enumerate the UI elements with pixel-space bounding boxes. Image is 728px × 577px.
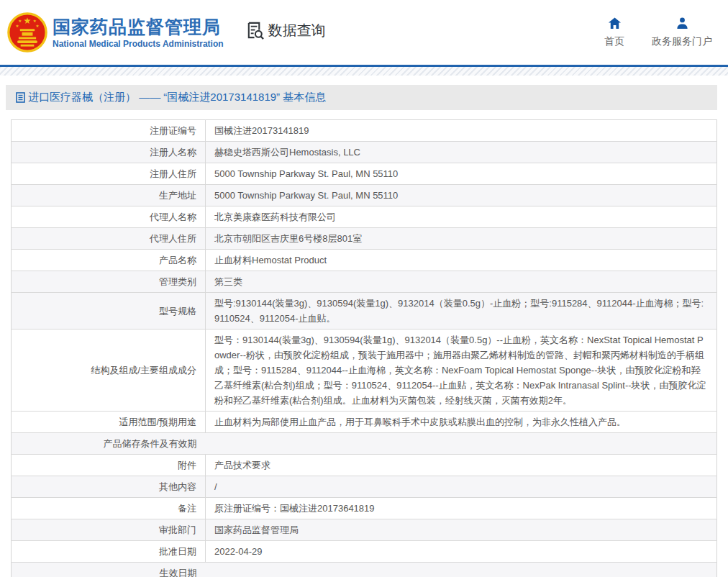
table-row: 审批部门国家药品监督管理局	[12, 519, 717, 541]
row-value: 国械注进20173141819	[206, 120, 717, 142]
row-value	[206, 563, 717, 577]
table-row: 批准日期2022-04-29	[12, 541, 717, 563]
row-value: 型号:9130144(装量3g)、9130594(装量1g)、9132014（装…	[206, 293, 717, 330]
table-row: 产品储存条件及有效期	[12, 433, 717, 455]
row-label: 审批部门	[12, 519, 206, 541]
row-label: 产品名称	[12, 250, 206, 271]
row-label: 附件	[12, 455, 206, 476]
table-row: 注册人名称赫稳史塔西斯公司Hemostasis, LLC	[12, 142, 717, 163]
table-row: 注册证编号国械注进20173141819	[12, 120, 717, 142]
breadcrumb-text: 进口医疗器械（注册） —— “国械注进20173141819” 基本信息	[28, 91, 326, 104]
row-value: 5000 Township Parkway St. Paul, MN 55110	[206, 185, 717, 206]
data-query-link[interactable]: 数据查询	[245, 21, 326, 40]
row-value: 赫稳史塔西斯公司Hemostasis, LLC	[206, 142, 717, 163]
data-query-label: 数据查询	[268, 21, 326, 40]
row-value: 北京市朝阳区吉庆里6号楼8层801室	[206, 228, 717, 250]
row-label: 结构及组成/主要组成成分	[12, 330, 206, 412]
row-label: 型号规格	[12, 293, 206, 330]
table-row: 代理人住所北京市朝阳区吉庆里6号楼8层801室	[12, 228, 717, 250]
row-label: 代理人名称	[12, 206, 206, 228]
row-label: 其他内容	[12, 476, 206, 498]
row-value: 止血材料Hemostat Product	[206, 250, 717, 271]
row-value: 国家药品监督管理局	[206, 519, 717, 541]
row-label: 生产地址	[12, 185, 206, 206]
nav-item-home[interactable]: 首页	[604, 17, 624, 48]
main-content: 进口医疗器械（注册） —— “国械注进20173141819” 基本信息 注册证…	[6, 85, 717, 577]
row-label: 备注	[12, 498, 206, 519]
row-label: 代理人住所	[12, 228, 206, 250]
row-label: 产品储存条件及有效期	[12, 433, 206, 455]
table-row: 生效日期	[12, 563, 717, 577]
table-row: 管理类别第三类	[12, 271, 717, 293]
nav-item-home-label: 首页	[604, 35, 624, 48]
svg-text:★: ★	[35, 24, 39, 28]
table-row: 注册人住所5000 Township Parkway St. Paul, MN …	[12, 163, 717, 185]
row-label: 注册人名称	[12, 142, 206, 163]
row-value: 型号：9130144(装量3g)、9130594(装量1g)、9132014（装…	[206, 330, 717, 412]
row-label: 批准日期	[12, 541, 206, 563]
top-nav: 首页 政务服务门户	[604, 17, 712, 48]
svg-text:★: ★	[15, 24, 19, 28]
row-value: 原注册证编号：国械注进20173641819	[206, 498, 717, 519]
user-icon	[675, 17, 689, 30]
table-row: 备注原注册证编号：国械注进20173641819	[12, 498, 717, 519]
svg-text:★: ★	[33, 19, 37, 23]
site-logo[interactable]: ★ ★ ★ ★ ★ 国家药品监督管理局 National Medical Pro…	[7, 12, 224, 53]
nav-item-service-portal-label: 政务服务门户	[652, 35, 712, 48]
table-row: 产品名称止血材料Hemostat Product	[12, 250, 717, 271]
row-value: 第三类	[206, 271, 717, 293]
breadcrumb: 进口医疗器械（注册） —— “国械注进20173141819” 基本信息	[6, 85, 717, 110]
document-icon	[16, 92, 25, 103]
row-value: /	[206, 476, 717, 498]
site-title-en: National Medical Products Administration	[53, 39, 224, 49]
home-icon	[608, 17, 622, 30]
registration-info-table: 注册证编号国械注进20173141819注册人名称赫稳史塔西斯公司Hemosta…	[11, 119, 717, 577]
nav-item-service-portal[interactable]: 政务服务门户	[652, 17, 712, 48]
row-value	[206, 433, 717, 455]
row-value: 2022-04-29	[206, 541, 717, 563]
site-header: ★ ★ ★ ★ ★ 国家药品监督管理局 National Medical Pro…	[0, 0, 728, 65]
svg-text:★: ★	[24, 16, 32, 26]
national-emblem-logo: ★ ★ ★ ★ ★	[7, 12, 47, 53]
row-value: 产品技术要求	[206, 455, 717, 476]
row-label: 适用范围/预期用途	[12, 412, 206, 433]
table-row: 结构及组成/主要组成成分型号：9130144(装量3g)、9130594(装量1…	[12, 330, 717, 412]
svg-text:★: ★	[18, 19, 22, 23]
site-title-zh: 国家药品监督管理局	[53, 16, 224, 37]
table-row: 型号规格型号:9130144(装量3g)、9130594(装量1g)、91320…	[12, 293, 717, 330]
header-hatch-band	[0, 67, 728, 76]
table-row: 代理人名称北京美康森医药科技有限公司	[12, 206, 717, 228]
row-label: 注册人住所	[12, 163, 206, 185]
row-value: 北京美康森医药科技有限公司	[206, 206, 717, 228]
row-label: 生效日期	[12, 563, 206, 577]
data-query-icon	[245, 21, 265, 40]
info-table-body: 注册证编号国械注进20173141819注册人名称赫稳史塔西斯公司Hemosta…	[12, 120, 717, 577]
table-row: 附件产品技术要求	[12, 455, 717, 476]
table-row: 适用范围/预期用途止血材料为局部使用止血产品，用于耳鼻喉科手术中皮肤或粘膜出血的…	[12, 412, 717, 433]
table-row: 其他内容/	[12, 476, 717, 498]
row-value: 止血材料为局部使用止血产品，用于耳鼻喉科手术中皮肤或粘膜出血的控制，为非永久性植…	[206, 412, 717, 433]
site-title-block: 国家药品监督管理局 National Medical Products Admi…	[53, 16, 224, 49]
row-value: 5000 Township Parkway St. Paul, MN 55110	[206, 163, 717, 185]
table-row: 生产地址5000 Township Parkway St. Paul, MN 5…	[12, 185, 717, 206]
row-label: 注册证编号	[12, 120, 206, 142]
row-label: 管理类别	[12, 271, 206, 293]
